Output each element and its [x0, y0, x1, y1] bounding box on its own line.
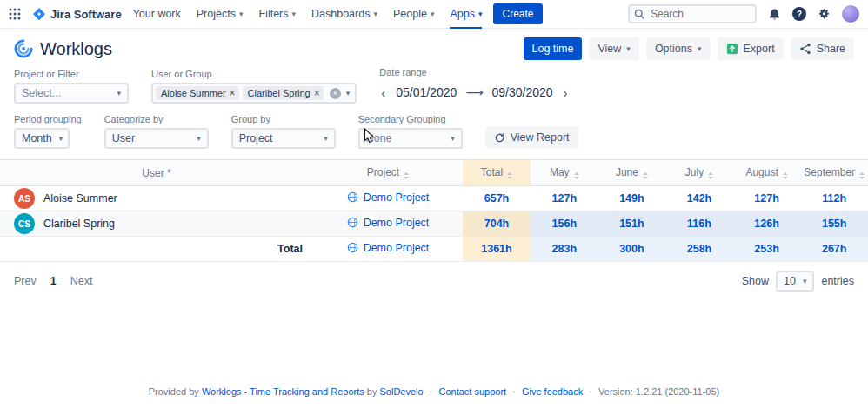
give-feedback-link[interactable]: Give feedback — [522, 386, 583, 397]
hours-link[interactable]: 283h — [552, 243, 578, 255]
hours-link[interactable]: 112h — [822, 192, 846, 204]
view-report-button[interactable]: View Report — [485, 126, 578, 149]
search-input[interactable] — [628, 4, 757, 23]
clear-all-icon[interactable]: × — [330, 88, 341, 99]
date-start[interactable]: 05/01/2020 — [396, 85, 457, 99]
hours-link[interactable]: 149h — [619, 192, 644, 204]
total-cell: 657h — [463, 186, 531, 211]
period-grouping-select[interactable]: Month ▾ — [14, 128, 70, 149]
project-link[interactable]: Demo Project — [364, 217, 430, 229]
chevron-down-icon: ▾ — [117, 90, 121, 97]
search-icon — [634, 9, 644, 19]
september-cell: 267h — [800, 237, 868, 262]
group-by-label: Group by — [231, 114, 336, 124]
hours-link[interactable]: 127h — [552, 192, 578, 204]
date-range-picker: ‹ 05/01/2020 ⟶ 09/30/2020 › — [379, 81, 569, 104]
column-header-july[interactable]: July — [665, 160, 733, 186]
hours-link[interactable]: 142h — [687, 192, 712, 204]
june-cell: 300h — [598, 237, 666, 262]
remove-tag-icon[interactable]: × — [314, 88, 320, 98]
column-header-september[interactable]: September — [800, 160, 868, 186]
contact-support-link[interactable]: Contact support — [438, 386, 506, 397]
total-hours-link[interactable]: 704h — [484, 218, 510, 230]
project-cell: Demo Project — [313, 237, 463, 262]
user-or-group-multiselect[interactable]: Aloise Summer × Claribel Spring × × ▾ — [151, 83, 357, 104]
page-number[interactable]: 1 — [50, 275, 57, 287]
july-cell: 142h — [665, 186, 733, 211]
next-page-button[interactable]: Next — [70, 275, 93, 287]
app-switcher-icon[interactable] — [9, 8, 21, 20]
settings-gear-icon[interactable] — [818, 8, 831, 21]
page-title: Worklogs — [40, 39, 112, 59]
column-header-august[interactable]: August — [733, 160, 801, 186]
filters-row-1: Project or Filter Select... ▾ User or Gr… — [14, 67, 854, 104]
secondary-grouping-group: Secondary Grouping None ▾ — [358, 114, 463, 149]
column-header-total[interactable]: Total — [463, 160, 531, 186]
page-size-select[interactable]: 10 ▾ — [776, 271, 814, 292]
hours-link[interactable]: 300h — [619, 243, 644, 255]
notifications-bell-icon[interactable] — [768, 8, 781, 21]
project-link[interactable]: Demo Project — [364, 242, 430, 254]
total-hours-link[interactable]: 1361h — [481, 243, 511, 255]
sort-icon — [574, 172, 579, 179]
project-or-filter-select[interactable]: Select... ▾ — [14, 83, 129, 104]
create-button[interactable]: Create — [493, 3, 542, 24]
column-header-project[interactable]: Project — [313, 160, 463, 186]
column-header-june[interactable]: June — [598, 160, 666, 186]
nav-projects[interactable]: Projects▾ — [197, 0, 244, 29]
nav-apps[interactable]: Apps▾ — [450, 0, 482, 29]
column-header-user[interactable]: User * — [0, 160, 313, 186]
help-icon[interactable]: ? — [792, 7, 806, 21]
categorize-by-select[interactable]: User ▾ — [104, 128, 209, 149]
nav-people[interactable]: People▾ — [393, 0, 434, 29]
june-cell: 151h — [598, 211, 666, 237]
secondary-grouping-select[interactable]: None ▾ — [358, 128, 463, 149]
prev-page-button[interactable]: Prev — [14, 275, 37, 287]
jira-top-nav: Jira Software Your work Projects▾ Filter… — [0, 0, 868, 29]
export-button[interactable]: Export — [718, 37, 784, 60]
view-dropdown-button[interactable]: View ▾ — [589, 37, 638, 60]
project-cell: Demo Project — [313, 211, 463, 237]
user-or-group-group: User or Group Aloise Summer × Claribel S… — [151, 69, 357, 104]
total-hours-link[interactable]: 657h — [484, 192, 510, 204]
hours-link[interactable]: 156h — [552, 218, 578, 230]
may-cell: 156h — [531, 211, 598, 237]
chevron-down-icon: ▾ — [431, 10, 435, 18]
vendor-link[interactable]: SolDevelo — [380, 386, 424, 397]
nav-dashboards[interactable]: Dashboards▾ — [311, 0, 377, 29]
date-next-icon[interactable]: › — [562, 86, 570, 99]
total-cell: 1361h — [463, 237, 531, 262]
worklogs-table: User * Project Total May June — [0, 159, 868, 262]
chevron-down-icon: ▾ — [803, 278, 807, 285]
hours-link[interactable]: 126h — [754, 218, 779, 230]
group-by-select[interactable]: Project ▾ — [231, 128, 336, 149]
hours-link[interactable]: 151h — [619, 218, 644, 230]
column-header-may[interactable]: May — [531, 160, 598, 186]
table-header-row: User * Project Total May June — [0, 160, 868, 186]
sort-asc-icon: * — [167, 167, 171, 179]
user-avatar[interactable] — [842, 5, 859, 23]
jira-logo[interactable]: Jira Software — [32, 7, 122, 21]
hours-link[interactable]: 253h — [754, 243, 779, 255]
hours-link[interactable]: 155h — [822, 218, 847, 230]
hours-link[interactable]: 258h — [687, 243, 712, 255]
remove-tag-icon[interactable]: × — [230, 88, 236, 98]
options-dropdown-button[interactable]: Options ▾ — [646, 37, 711, 60]
nav-filters[interactable]: Filters▾ — [258, 0, 296, 29]
log-time-button[interactable]: Log time — [524, 37, 583, 60]
worklogs-plugin-link[interactable]: Worklogs - Time Tracking and Reports — [202, 386, 364, 397]
date-end[interactable]: 09/30/2020 — [491, 85, 552, 99]
hours-link[interactable]: 127h — [754, 192, 779, 204]
chevron-down-icon: ▾ — [197, 135, 201, 143]
hours-link[interactable]: 116h — [687, 218, 711, 230]
may-cell: 127h — [531, 186, 598, 211]
date-prev-icon[interactable]: ‹ — [379, 86, 387, 99]
july-cell: 258h — [665, 237, 733, 262]
hours-link[interactable]: 267h — [822, 243, 847, 255]
project-link[interactable]: Demo Project — [364, 191, 430, 204]
worklogs-logo — [14, 39, 33, 58]
share-button[interactable]: Share — [791, 37, 854, 60]
user-tag: Aloise Summer × — [156, 86, 239, 100]
nav-your-work[interactable]: Your work — [133, 0, 181, 29]
entries-label: entries — [821, 275, 854, 287]
